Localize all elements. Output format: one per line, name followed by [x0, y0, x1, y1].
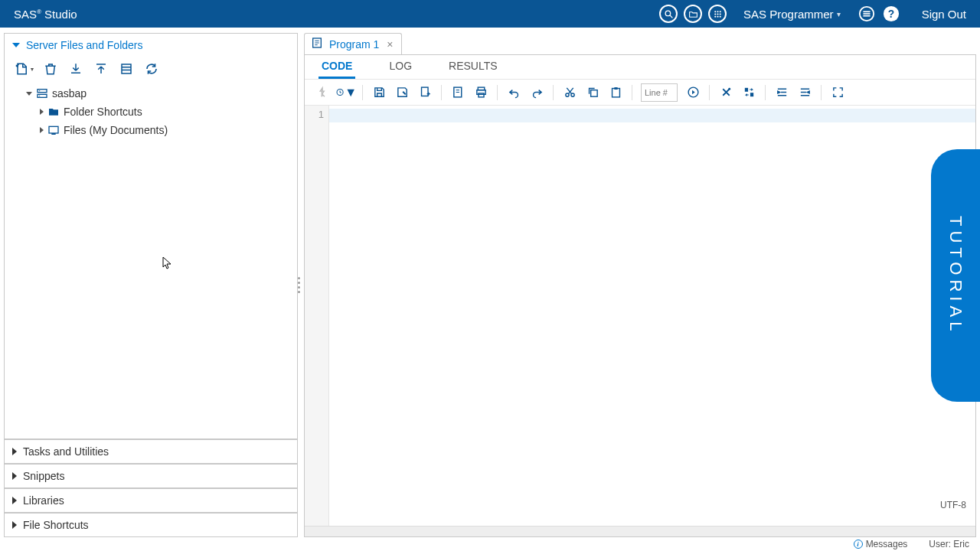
cut-icon[interactable]: [559, 83, 580, 103]
panel-header-file-shortcuts[interactable]: File Shortcuts: [5, 514, 297, 536]
program-icon: [311, 37, 323, 51]
tutorial-tab[interactable]: TUTORIAL: [931, 149, 980, 402]
subtab-results[interactable]: RESULTS: [446, 55, 501, 79]
delete-icon[interactable]: [38, 58, 63, 80]
panel-header-snippets[interactable]: Snippets: [5, 465, 297, 487]
summary-icon[interactable]: [447, 83, 469, 103]
panel-header-label: Server Files and Folders: [26, 39, 143, 51]
goto-line-input[interactable]: [641, 83, 678, 102]
editor-area: Program 1 × CODE LOG RESULTS ▼: [304, 33, 976, 537]
tree-node-label: Files (My Documents): [64, 124, 168, 136]
history-icon[interactable]: ▼: [335, 83, 357, 103]
search-icon[interactable]: [659, 5, 678, 23]
maximize-icon[interactable]: [827, 83, 848, 103]
panel-header-tasks[interactable]: Tasks and Utilities: [5, 440, 297, 463]
add-to-snippets-icon[interactable]: [414, 83, 436, 103]
svg-point-22: [39, 90, 40, 91]
svg-point-0: [665, 11, 671, 16]
splitter-handle[interactable]: [298, 276, 301, 294]
navigation-sidebar: Server Files and Folders ▼: [4, 33, 298, 537]
svg-rect-24: [49, 126, 58, 133]
copy-icon[interactable]: [582, 83, 603, 103]
find-replace-icon[interactable]: [738, 83, 760, 103]
svg-point-9: [717, 15, 718, 17]
tree-node-files[interactable]: Files (My Documents): [5, 121, 297, 139]
encoding-label: UTF-8: [940, 500, 966, 510]
svg-rect-20: [38, 90, 47, 93]
svg-point-5: [714, 13, 716, 15]
subtab-code[interactable]: CODE: [318, 55, 355, 79]
svg-rect-21: [38, 94, 47, 97]
server-icon: [36, 87, 48, 99]
horizontal-scrollbar[interactable]: [305, 526, 975, 536]
top-banner: SAS® Studio SAS Programmer ? Sign Out: [0, 0, 980, 28]
sign-out-link[interactable]: Sign Out: [922, 8, 966, 21]
svg-point-10: [719, 15, 720, 17]
svg-rect-42: [614, 87, 617, 90]
svg-text:?: ?: [887, 8, 893, 20]
properties-icon[interactable]: [113, 58, 139, 80]
panel-header-files[interactable]: Server Files and Folders: [5, 34, 297, 57]
svg-point-44: [728, 88, 730, 90]
svg-rect-40: [590, 90, 597, 97]
svg-point-2: [714, 11, 716, 12]
my-documents-icon: [47, 124, 60, 136]
new-button[interactable]: ▼: [12, 58, 38, 80]
tree-node-folder-shortcuts[interactable]: Folder Shortcuts: [5, 103, 297, 121]
svg-point-3: [717, 11, 718, 12]
code-editor[interactable]: 1 UTF-8: [305, 106, 975, 526]
goto-line-icon[interactable]: [682, 83, 704, 103]
refresh-icon[interactable]: [139, 58, 164, 80]
folder-shortcut-icon: [47, 106, 60, 118]
apps-grid-icon[interactable]: [708, 5, 727, 23]
svg-rect-31: [421, 87, 428, 96]
svg-rect-17: [122, 64, 131, 73]
panel-header-libraries[interactable]: Libraries: [5, 489, 297, 512]
files-toolbar: ▼: [5, 57, 297, 81]
redo-icon[interactable]: [526, 83, 547, 103]
svg-point-8: [714, 15, 716, 17]
svg-rect-46: [750, 93, 753, 96]
svg-line-1: [670, 15, 672, 18]
help-icon[interactable]: ?: [882, 5, 900, 23]
folder-tree: sasbap Folder Shortcuts Files (My Docume…: [5, 81, 297, 439]
tree-node-label: sasbap: [52, 87, 87, 99]
svg-point-4: [719, 11, 720, 12]
messages-link[interactable]: i Messages: [854, 539, 908, 549]
save-as-icon[interactable]: [391, 83, 413, 103]
upload-icon[interactable]: [88, 58, 113, 80]
subtab-log[interactable]: LOG: [386, 55, 415, 79]
download-icon[interactable]: [63, 58, 88, 80]
outdent-icon[interactable]: [794, 83, 815, 103]
line-gutter: 1: [305, 106, 329, 526]
svg-point-7: [719, 13, 720, 15]
svg-point-6: [717, 13, 718, 15]
paste-icon[interactable]: [605, 83, 626, 103]
save-icon[interactable]: [368, 83, 390, 103]
svg-point-23: [39, 96, 40, 96]
print-icon[interactable]: [470, 83, 492, 103]
svg-rect-45: [744, 88, 747, 92]
status-bar: i Messages User: Eric: [0, 537, 980, 551]
info-icon: i: [854, 540, 863, 549]
user-label: User: Eric: [929, 539, 969, 549]
tree-node-server[interactable]: sasbap: [5, 84, 297, 103]
program-tab[interactable]: Program 1 ×: [304, 33, 402, 54]
editor-toolbar: ▼: [305, 80, 975, 106]
line-number: 1: [305, 109, 324, 122]
more-options-icon[interactable]: [858, 5, 876, 23]
app-title: SAS® Studio: [14, 8, 77, 21]
clear-icon[interactable]: [715, 83, 737, 103]
close-tab-icon[interactable]: ×: [385, 38, 394, 51]
tab-label: Program 1: [329, 38, 379, 51]
svg-rect-41: [612, 89, 619, 97]
open-folder-icon[interactable]: [684, 5, 702, 23]
undo-icon[interactable]: [503, 83, 524, 103]
indent-icon[interactable]: [771, 83, 792, 103]
run-icon: [312, 83, 334, 103]
tree-node-label: Folder Shortcuts: [64, 106, 142, 118]
svg-rect-25: [51, 133, 55, 135]
user-menu[interactable]: SAS Programmer: [743, 8, 841, 21]
